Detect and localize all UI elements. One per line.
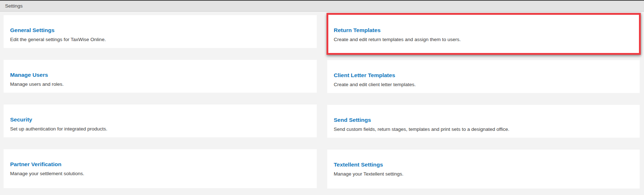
general-settings-link[interactable]: General Settings: [10, 27, 54, 34]
client-letter-templates-link[interactable]: Client Letter Templates: [334, 72, 395, 79]
partner-verification-description: Manage your settlement solutions.: [10, 171, 310, 177]
settings-column-right: Return Templates Create and edit return …: [327, 15, 640, 189]
card-security[interactable]: Security Set up authentication for integ…: [4, 105, 317, 137]
card-general-settings[interactable]: General Settings Edit the general settin…: [4, 15, 317, 48]
page-header: Settings: [0, 1, 644, 12]
textellent-settings-link[interactable]: Textellent Settings: [334, 161, 383, 168]
card-textellent-settings[interactable]: Textellent Settings Manage your Textelle…: [327, 150, 640, 189]
manage-users-link[interactable]: Manage Users: [10, 72, 48, 78]
return-templates-link[interactable]: Return Templates: [334, 27, 381, 34]
textellent-settings-description: Manage your Textellent settings.: [334, 171, 633, 177]
general-settings-description: Edit the general settings for TaxWise On…: [10, 37, 310, 43]
settings-column-left: General Settings Edit the general settin…: [4, 15, 317, 189]
manage-users-description: Manage users and roles.: [10, 81, 310, 87]
card-send-settings[interactable]: Send Settings Send custom fields, return…: [327, 105, 640, 138]
security-link[interactable]: Security: [10, 116, 32, 123]
send-settings-link[interactable]: Send Settings: [334, 117, 371, 123]
security-description: Set up authentication for integrated pro…: [10, 126, 310, 132]
return-templates-description: Create and edit return templates and ass…: [334, 37, 633, 43]
card-return-templates[interactable]: Return Templates Create and edit return …: [327, 15, 640, 53]
send-settings-description: Send custom fields, return stages, templ…: [334, 127, 633, 132]
card-client-letter-templates[interactable]: Client Letter Templates Create and edit …: [327, 60, 640, 93]
partner-verification-link[interactable]: Partner Verification: [10, 161, 61, 168]
card-partner-verification[interactable]: Partner Verification Manage your settlem…: [4, 149, 317, 188]
page-title: Settings: [5, 3, 23, 9]
settings-card-grid: General Settings Edit the general settin…: [4, 15, 640, 189]
card-manage-users[interactable]: Manage Users Manage users and roles.: [4, 60, 317, 93]
client-letter-templates-description: Create and edit client letter templates.: [334, 82, 633, 88]
